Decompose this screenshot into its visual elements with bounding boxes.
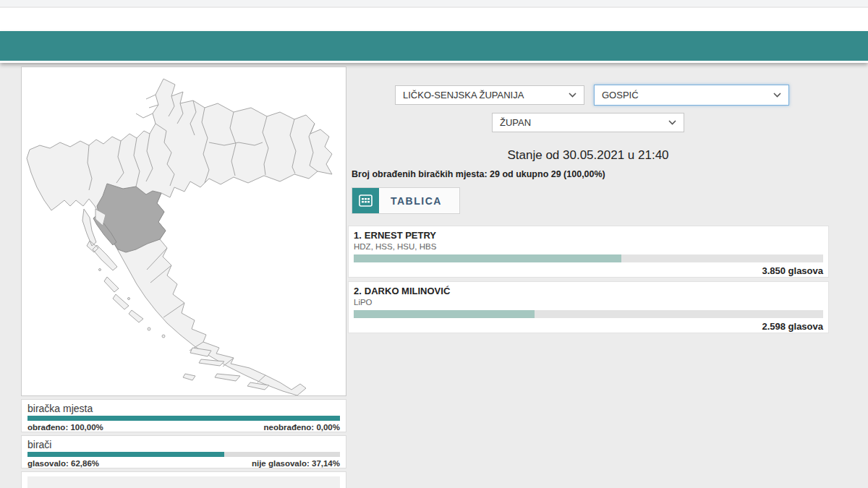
voters-bar-fill (27, 452, 224, 457)
candidate-parties: HDZ, HSS, HSU, HBS (354, 242, 823, 252)
chevron-down-icon (668, 120, 676, 125)
polling-stations-stat-box: biračka mjesta obrađeno: 100,00% neobrađ… (21, 399, 346, 432)
candidate-rank: 2. (354, 286, 362, 296)
status-heading: Stanje od 30.05.2021 u 21:40 (347, 148, 829, 163)
contest-select-value: ŽUPAN (500, 117, 531, 128)
candidate-vote-bar-fill (354, 254, 621, 262)
islet-dot (99, 269, 101, 271)
candidate-parties: LiPO (354, 298, 823, 307)
table-view-button[interactable]: TABLICA (352, 187, 460, 214)
polling-stations-bar (27, 416, 340, 421)
candidate-vote-bar (354, 254, 823, 262)
processed-stations-text: Broj obrađenih biračkih mjesta: 29 od uk… (352, 169, 605, 179)
polling-stations-bar-fill (27, 416, 340, 421)
not-voted-percent-label: nije glasovalo: 37,14% (252, 459, 340, 468)
voters-bar (27, 452, 340, 457)
candidate-vote-bar (354, 310, 823, 318)
islet-dot (148, 328, 150, 330)
city-select-value: GOSPIĆ (602, 90, 639, 100)
chevron-down-icon (773, 93, 781, 98)
candidate-name: DARKO MILINOVIĆ (365, 286, 450, 296)
next-section-placeholder (27, 476, 340, 488)
candidate-votes-label: 2.598 glasova (354, 321, 823, 332)
candidate-votes-label: 3.850 glasova (354, 265, 823, 276)
croatia-mainland-shape (27, 79, 332, 395)
unprocessed-percent-label: neobrađeno: 0,00% (264, 423, 340, 432)
candidate-result-card: 1.ERNEST PETRY HDZ, HSS, HSU, HBS 3.850 … (348, 226, 829, 278)
county-select[interactable]: LIČKO-SENJSKA ŽUPANIJA (395, 85, 584, 105)
processed-percent-label: obrađeno: 100,00% (27, 423, 103, 432)
next-section-box (21, 471, 346, 488)
voters-stat-box: birači glasovalo: 62,86% nije glasovalo:… (21, 435, 346, 468)
islet-dot (162, 335, 165, 338)
header-white-band (0, 8, 868, 31)
browser-top-strip (0, 0, 868, 7)
chevron-down-icon (569, 93, 576, 98)
city-select[interactable]: GOSPIĆ (594, 85, 789, 106)
voters-title: birači (27, 439, 340, 450)
polling-stations-title: biračka mjesta (27, 403, 340, 414)
voted-percent-label: glasovalo: 62,86% (27, 459, 99, 468)
table-button-label: TABLICA (391, 195, 442, 207)
top-accent-bar (0, 31, 868, 63)
election-results-page: biračka mjesta obrađeno: 100,00% neobrađ… (0, 0, 868, 488)
contest-select[interactable]: ŽUPAN (492, 113, 684, 132)
map-panel (21, 67, 346, 396)
candidate-result-card: 2.DARKO MILINOVIĆ LiPO 2.598 glasova (348, 281, 829, 333)
croatia-counties-map[interactable] (22, 67, 346, 395)
islet-dot (128, 298, 130, 300)
county-select-value: LIČKO-SENJSKA ŽUPANIJA (403, 90, 524, 100)
candidate-name: ERNEST PETRY (365, 230, 436, 241)
candidate-rank: 1. (354, 230, 362, 241)
table-icon (352, 188, 379, 213)
candidate-vote-bar-fill (354, 310, 535, 318)
